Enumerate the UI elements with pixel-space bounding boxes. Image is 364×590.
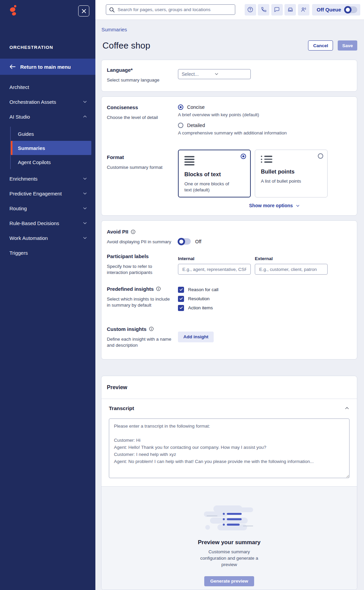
sidebar-item-label: Agent Copilots [18,159,51,165]
sidebar-item-guides[interactable]: Guides [11,127,95,141]
close-sidebar-button[interactable] [78,5,89,17]
custom-insights-description: Define each insight with a name and desc… [107,336,173,348]
sidebar-item-triggers[interactable]: Triggers [0,245,95,260]
off-queue-label: Off Queue [316,7,341,12]
checkbox-resolution[interactable]: Resolution [178,296,352,302]
format-card-bullet-points[interactable]: Bullet points A list of bullet points [255,150,328,197]
format-card-title: Bullet points [261,168,323,175]
conciseness-description: Choose the level of detail [107,115,173,121]
participant-labels-section: Participant labels Specify how to refer … [107,253,352,276]
save-button[interactable]: Save [338,40,357,51]
transcript-title: Transcript [109,405,134,411]
sidebar-section-label: ORCHESTRATION [9,45,53,50]
language-select[interactable]: Select... [178,69,251,79]
preview-card: Preview Transcript Please enter a transc… [101,376,357,590]
collapse-transcript-button[interactable] [344,406,350,411]
sidebar-item-work-automation[interactable]: Work Automation [0,230,95,245]
off-queue-toggle[interactable] [344,6,357,13]
external-label: External [255,256,328,261]
blocks-of-text-icon [184,156,245,165]
sidebar-item-label: Summaries [18,145,45,151]
help-icon [247,6,253,13]
help-button[interactable] [245,4,256,15]
preview-empty-description: Customise summary configuration and gene… [199,549,260,568]
sidebar-item-label: AI Studio [9,114,30,120]
inbox-button[interactable] [284,4,296,15]
chevron-up-icon [83,114,87,119]
sidebar-item-label: Triggers [9,250,28,256]
chevron-up-icon [344,406,350,411]
sidebar-item-agent-copilots[interactable]: Agent Copilots [11,155,95,169]
info-icon[interactable] [156,286,161,291]
transcript-textarea[interactable]: Please enter a transcript in the followi… [109,418,350,478]
sidebar-item-label: Guides [18,131,34,137]
format-card-blocks-of-text[interactable]: Blocks of text One or more blocks of tex… [178,150,251,197]
internal-label: Internal [178,256,251,261]
internal-input[interactable] [178,264,251,275]
language-description: Select summary language [107,77,173,83]
main-area: Off Queue Summaries Coffee shop Cancel S… [95,0,364,590]
breadcrumb[interactable]: Summaries [101,27,364,32]
language-card: Language* Select summary language Select… [101,60,357,92]
radio-detailed[interactable]: Detailed [178,123,352,128]
concise-helper: A brief overview with key points (defaul… [178,112,352,117]
checkbox-label: Reason for call [188,287,218,292]
cancel-button[interactable]: Cancel [308,40,333,51]
custom-insights-label: Custom insights [107,326,178,332]
phone-button[interactable] [258,4,269,15]
sidebar-item-label: Orchestration Assets [9,99,56,105]
transcript-block: Transcript Please enter a transcript in … [101,399,357,479]
return-to-main-menu[interactable]: Return to main menu [0,59,95,75]
off-queue-control: Off Queue [312,4,360,15]
checkbox-checked-icon [178,287,184,293]
format-description: Customise summary format [107,164,173,170]
radio-concise[interactable]: Concise [178,104,352,110]
radio-label: Detailed [187,123,205,128]
checkbox-reason-for-call[interactable]: Reason for call [178,287,352,293]
return-label: Return to main menu [20,64,71,70]
conciseness-label: Conciseness [107,104,178,110]
sidebar-item-routing[interactable]: Routing [0,201,95,216]
avoid-pii-label: Avoid PII [107,229,178,235]
search-icon [109,7,115,12]
sidebar-item-architect[interactable]: Architect [0,80,95,94]
options-card: Conciseness Choose the level of detail C… [101,96,357,216]
sidebar-item-predictive-engagement[interactable]: Predictive Engagement [0,186,95,201]
sidebar: ORCHESTRATION Return to main menu Archit… [0,0,95,590]
chevron-down-icon [83,191,87,196]
sidebar-item-ai-studio[interactable]: AI Studio [0,109,95,124]
generate-preview-button[interactable]: Generate preview [204,576,254,586]
chevron-down-icon [83,176,87,181]
sidebar-item-label: Architect [9,84,29,90]
selected-indicator-bar [11,141,12,155]
sidebar-item-rule-based-decisions[interactable]: Rule-Based Decisions [0,216,95,230]
show-more-options[interactable]: Show more options [249,203,300,208]
add-insight-button[interactable]: Add insight [178,332,214,342]
sidebar-item-label: Enrichments [9,176,37,182]
info-icon[interactable] [149,327,154,331]
page-header: Coffee shop Cancel Save [102,40,357,51]
chevron-down-icon [83,206,87,211]
checkbox-action-items[interactable]: Action items [178,305,352,311]
radio-unselected-icon [318,153,323,159]
chevron-down-icon [83,99,87,104]
agent-status-button[interactable] [298,4,309,15]
sidebar-item-summaries[interactable]: Summaries [11,141,91,155]
chevron-down-icon [83,236,87,240]
chat-button[interactable] [271,4,283,15]
participant-labels-label: Participant labels [107,253,178,259]
sidebar-nav: Architect Orchestration Assets AI Studio… [0,80,95,260]
sidebar-item-orchestration-assets[interactable]: Orchestration Assets [0,94,95,109]
predefined-insights-label: Predefined insights [107,286,178,292]
info-icon[interactable] [131,229,135,234]
preview-empty-state: Preview your summary Customise summary c… [101,487,357,590]
preview-empty-title: Preview your summary [198,539,261,546]
external-input[interactable] [255,264,328,275]
search-input[interactable] [118,7,232,12]
format-card-description: One or more blocks of text (default) [184,181,235,193]
avoid-pii-toggle[interactable] [178,238,191,245]
chat-icon [274,6,280,13]
sidebar-item-label: Rule-Based Decisions [9,220,59,226]
chevron-down-icon [83,221,87,225]
sidebar-item-enrichments[interactable]: Enrichments [0,171,95,186]
